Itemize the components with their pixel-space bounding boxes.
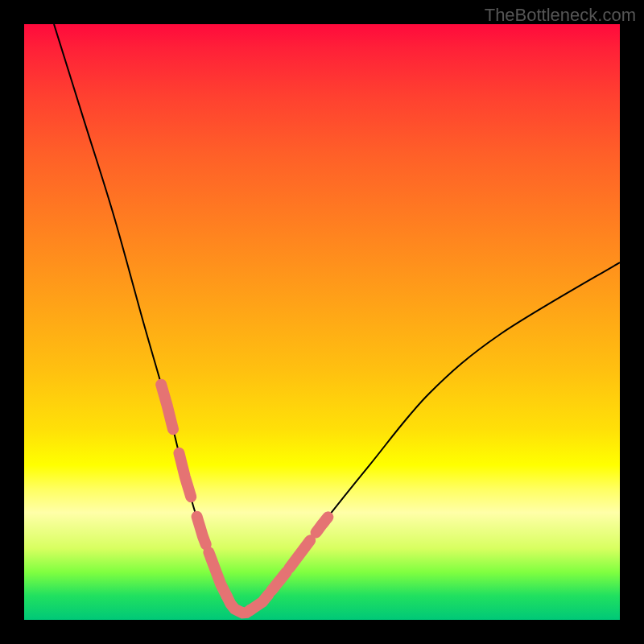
highlight-group: [161, 385, 328, 613]
curve-highlight: [271, 572, 287, 591]
curve-highlight: [161, 385, 173, 430]
curve-highlight: [289, 540, 310, 568]
curve-highlight: [179, 453, 191, 497]
curve-highlight: [316, 517, 328, 532]
bottleneck-curve: [54, 24, 620, 614]
watermark: TheBottleneck.com: [485, 5, 636, 26]
chart-svg: [24, 24, 620, 620]
curve-highlight: [197, 517, 206, 545]
curve-highlight: [250, 595, 268, 610]
curve-highlight: [208, 552, 226, 596]
chart-area: [24, 24, 620, 620]
